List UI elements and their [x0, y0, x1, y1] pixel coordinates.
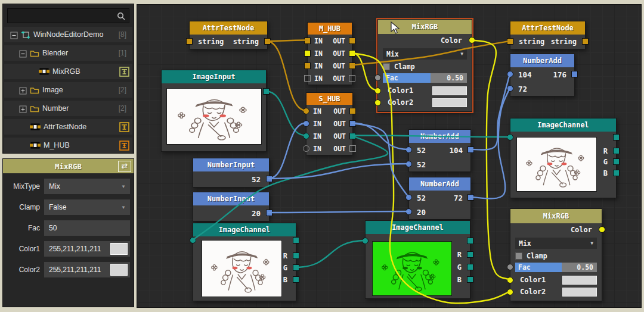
wire-attr-left-to-s-hub[interactable]: [267, 41, 306, 111]
node-attr-left[interactable]: AttrTestNodestringstring: [189, 21, 268, 49]
socket-fac[interactable]: [374, 74, 381, 81]
socket-in3[interactable]: [304, 75, 311, 82]
node-image-input[interactable]: ImageInput: [161, 70, 267, 152]
tree-expander-icon[interactable]: [19, 86, 27, 94]
socket-out3[interactable]: [349, 145, 356, 152]
tree-row-image[interactable]: Image[2]: [4, 82, 132, 98]
socket-in[interactable]: [186, 38, 193, 45]
mix-type-select[interactable]: Mix▼: [383, 48, 467, 60]
node-image-channel-left[interactable]: ImageChannel RGB: [193, 223, 296, 301]
wire-attr-left-to-m-hub[interactable]: [267, 40, 307, 42]
color1-swatch[interactable]: [562, 276, 597, 285]
socket-top[interactable]: [293, 237, 299, 244]
tree-row-number[interactable]: Number[2]: [4, 101, 132, 116]
color-swatch[interactable]: [110, 264, 128, 276]
socket-out[interactable]: [599, 226, 605, 233]
fac-slider[interactable]: Fac0.50: [383, 73, 467, 83]
socket-in2[interactable]: [304, 63, 311, 69]
prop-field-color2[interactable]: 255,211,211,211: [44, 262, 130, 277]
socket-out3[interactable]: [349, 75, 355, 82]
node-header[interactable]: M_HUB: [308, 23, 352, 35]
wire-num-add-1-to-num-add-right[interactable]: [470, 74, 510, 150]
node-header[interactable]: ImageInput: [162, 70, 266, 83]
prop-field-mixtype[interactable]: Mix▼: [44, 179, 130, 194]
channel-label-r: R: [603, 147, 608, 155]
tree-item-label: Blender: [42, 49, 119, 57]
socket-in1[interactable]: [304, 50, 311, 57]
node-mix-bottom[interactable]: MixRGBColorMix▼ClampFac0.50Color1Color2: [510, 208, 602, 301]
node-header[interactable]: ImageChannel: [366, 221, 470, 234]
tree-expander-icon[interactable]: [10, 31, 18, 39]
socket-top[interactable]: [613, 134, 620, 141]
search-box[interactable]: [7, 8, 129, 23]
wire-num-input-1-to-s-hub[interactable]: [268, 123, 306, 179]
node-title: NumberAdd: [420, 180, 459, 188]
socket-B[interactable]: [613, 170, 620, 176]
wire-num-input-2-to-num-add-2[interactable]: [268, 211, 408, 213]
node-header[interactable]: S_HUB: [306, 93, 352, 105]
tree-expander-icon[interactable]: [19, 105, 27, 113]
swap-icon[interactable]: ⇄: [118, 161, 131, 172]
tree-row-mixrgb[interactable]: MixRGB: [4, 64, 132, 79]
prop-field-clamp[interactable]: False▼: [44, 199, 130, 215]
color-swatch[interactable]: [110, 243, 128, 255]
prop-field-fac[interactable]: 50: [44, 220, 130, 236]
tree-row-blender[interactable]: Blender[1]: [4, 45, 132, 61]
node-num-input-2[interactable]: NumberInput20: [193, 192, 270, 221]
socket-in3[interactable]: [303, 145, 309, 152]
socket-B[interactable]: [467, 276, 473, 283]
wire-mix-selected-to-mix-bottom[interactable]: [471, 40, 510, 280]
socket-top[interactable]: [467, 238, 473, 244]
node-header[interactable]: MixRGB: [510, 209, 602, 223]
color1-swatch[interactable]: [432, 86, 467, 95]
socket-B[interactable]: [293, 276, 299, 283]
node-attr-right[interactable]: AttrTestNodestringstring: [510, 21, 586, 49]
socket-out0[interactable]: [349, 38, 355, 44]
socket-out[interactable]: [582, 38, 589, 45]
node-image-channel-right[interactable]: ImageChannel RGB: [510, 118, 617, 198]
node-image-channel-mid[interactable]: ImageChannel RGB: [365, 220, 470, 299]
socket-G[interactable]: [613, 158, 620, 165]
mix-type-select[interactable]: Mix▼: [515, 238, 597, 249]
node-header[interactable]: AttrTestNode: [510, 21, 585, 35]
tree-row-attrtestnode[interactable]: AttrTestNode: [4, 119, 132, 135]
color2-swatch[interactable]: [432, 98, 467, 107]
node-header[interactable]: AttrTestNode: [190, 21, 267, 35]
number-value: 20: [252, 209, 261, 218]
socket-color2[interactable]: [374, 99, 381, 106]
socket-R[interactable]: [613, 148, 620, 154]
node-m-hub[interactable]: M_HUBINOUTINOUTINOUTINOUT: [307, 22, 352, 85]
socket-out0[interactable]: [571, 71, 578, 77]
clamp-checkbox[interactable]: [515, 252, 522, 260]
tree-row-winnodeeditordemo[interactable]: WinNodeEditorDemo[8]: [4, 27, 132, 42]
node-header[interactable]: ImageChannel: [510, 118, 616, 132]
tree-expander-icon[interactable]: [19, 49, 27, 57]
node-num-add-right[interactable]: NumberAdd10417672: [510, 54, 575, 96]
node-header[interactable]: NumberAdd: [510, 54, 574, 67]
socket-G[interactable]: [467, 264, 473, 270]
prop-field-color1[interactable]: 255,211,211,211: [44, 241, 130, 257]
wire-image-input-to-s-hub[interactable]: [265, 91, 306, 136]
wire-num-add-2-to-num-add-right[interactable]: [470, 88, 510, 199]
fac-slider[interactable]: Fac0.50: [515, 263, 597, 272]
tree-row-m_hub[interactable]: M_HUB: [4, 138, 132, 153]
socket-R[interactable]: [293, 252, 299, 259]
node-canvas[interactable]: AttrTestNodestringstringM_HUBINOUTINOUTI…: [137, 4, 642, 308]
color2-swatch[interactable]: [562, 288, 597, 297]
node-badge-icon[interactable]: [119, 141, 129, 151]
socket-out0[interactable]: [349, 108, 356, 114]
node-header[interactable]: NumberInput: [193, 158, 269, 171]
node-num-add-2[interactable]: NumberAdd527220: [408, 177, 471, 220]
socket-fac[interactable]: [507, 264, 513, 270]
node-header[interactable]: NumberAdd: [409, 177, 470, 191]
node-s-hub[interactable]: S_HUBINOUTINOUTINOUTINOUT: [306, 92, 353, 155]
node-badge-icon[interactable]: [119, 122, 129, 132]
socket-R[interactable]: [467, 251, 473, 258]
wire-num-input-1-to-num-add-1[interactable]: [268, 164, 408, 179]
wire-image-channel-left-to-image-channel-mid[interactable]: [295, 241, 365, 267]
node-num-input-1[interactable]: NumberInput52: [193, 158, 270, 188]
node-header[interactable]: ImageChannel: [193, 223, 296, 236]
node-badge-icon[interactable]: [119, 67, 129, 77]
node-header[interactable]: NumberInput: [193, 192, 269, 205]
search-input[interactable]: [11, 11, 117, 21]
